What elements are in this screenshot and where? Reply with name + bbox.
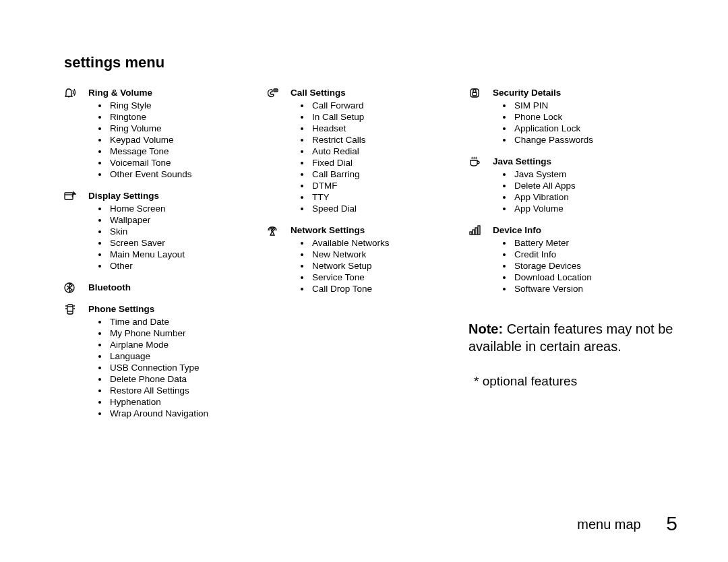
svg-rect-17 xyxy=(475,228,477,235)
list-item: Time and Date xyxy=(109,316,266,327)
list-item: Ring Style xyxy=(109,100,266,111)
list-item: Call Drop Tone xyxy=(311,283,468,294)
section-items: SIM PINPhone LockApplication LockChange … xyxy=(468,100,677,146)
list-item: Battery Meter xyxy=(513,237,677,249)
page: settings menu Ring & Volume Ring StyleRi… xyxy=(0,0,728,562)
section-items: Java SystemDelete All AppsApp VibrationA… xyxy=(468,168,677,214)
section-label: Security Details xyxy=(493,88,677,98)
list-item: Main Menu Layout xyxy=(109,249,266,260)
list-item: Message Tone xyxy=(109,146,266,157)
section-items: Home ScreenWallpaperSkinScreen SaverMain… xyxy=(64,203,266,272)
section-label: Device Info xyxy=(493,225,677,236)
section-display-settings: Display Settings Home ScreenWallpaperSki… xyxy=(64,191,266,272)
column-2: Call Settings Call ForwardIn Call SetupH… xyxy=(266,88,468,430)
section-label: Call Settings xyxy=(291,88,468,98)
section-java-settings: Java Settings Java SystemDelete All Apps… xyxy=(468,156,677,214)
list-item: TTY xyxy=(311,191,468,203)
section-phone-settings: Phone Settings Time and DateMy Phone Num… xyxy=(64,304,266,419)
optional-features: * optional features xyxy=(474,374,677,389)
display-settings-icon xyxy=(64,191,78,201)
list-item: Java System xyxy=(513,168,677,180)
list-item: Hyphenation xyxy=(109,396,266,408)
list-item: Auto Redial xyxy=(311,146,468,157)
list-item: DTMF xyxy=(311,180,468,191)
list-item: Software Version xyxy=(513,283,677,294)
list-item: Airplane Mode xyxy=(109,339,266,350)
list-item: Wallpaper xyxy=(109,214,266,226)
list-item: Language xyxy=(109,350,266,362)
svg-rect-0 xyxy=(65,193,73,199)
footer-label: menu map xyxy=(577,517,641,532)
list-item: USB Connection Type xyxy=(109,362,266,373)
section-call-settings: Call Settings Call ForwardIn Call SetupH… xyxy=(266,88,468,214)
device-info-icon xyxy=(468,225,482,236)
svg-rect-18 xyxy=(478,226,480,235)
section-label: Display Settings xyxy=(88,191,266,201)
section-label: Java Settings xyxy=(493,156,677,167)
list-item: Home Screen xyxy=(109,203,266,214)
list-item: Other xyxy=(109,260,266,272)
section-items: Time and DateMy Phone NumberAirplane Mod… xyxy=(64,316,266,419)
section-label: Phone Settings xyxy=(88,304,266,315)
list-item: Call Barring xyxy=(311,168,468,180)
section-device-info: Device Info Battery MeterCredit InfoStor… xyxy=(468,225,677,294)
list-item: Network Setup xyxy=(311,260,468,272)
section-label: Ring & Volume xyxy=(88,88,266,98)
page-title: settings menu xyxy=(64,54,681,71)
footer: menu map 5 xyxy=(577,512,677,535)
list-item: Skin xyxy=(109,226,266,237)
list-item: Screen Saver xyxy=(109,237,266,249)
list-item: Keypad Volume xyxy=(109,134,266,146)
list-item: Delete All Apps xyxy=(513,180,677,191)
column-1: Ring & Volume Ring StyleRingtoneRing Vol… xyxy=(64,88,266,430)
list-item: Restore All Settings xyxy=(109,385,266,396)
column-3: Security Details SIM PINPhone LockApplic… xyxy=(468,88,677,430)
list-item: Other Event Sounds xyxy=(109,168,266,180)
network-settings-icon xyxy=(266,225,280,236)
section-ring-volume: Ring & Volume Ring StyleRingtoneRing Vol… xyxy=(64,88,266,180)
list-item: Voicemail Tone xyxy=(109,157,266,168)
columns: Ring & Volume Ring StyleRingtoneRing Vol… xyxy=(64,88,681,430)
svg-rect-14 xyxy=(473,92,477,96)
list-item: Headset xyxy=(311,123,468,134)
list-item: My Phone Number xyxy=(109,327,266,339)
call-settings-icon xyxy=(266,88,280,98)
list-item: Wrap Around Navigation xyxy=(109,408,266,419)
list-item: Service Tone xyxy=(311,272,468,283)
list-item: Change Passwords xyxy=(513,134,677,146)
list-item: App Vibration xyxy=(513,191,677,203)
section-items: Call ForwardIn Call SetupHeadsetRestrict… xyxy=(266,100,468,214)
section-security-details: Security Details SIM PINPhone LockApplic… xyxy=(468,88,677,146)
list-item: Ringtone xyxy=(109,111,266,123)
list-item: New Network xyxy=(311,249,468,260)
phone-settings-icon xyxy=(64,304,78,315)
section-label: Bluetooth xyxy=(88,282,266,293)
list-item: In Call Setup xyxy=(311,111,468,123)
section-items: Ring StyleRingtoneRing VolumeKeypad Volu… xyxy=(64,100,266,180)
note: Note: Certain features may not be availa… xyxy=(468,320,677,355)
svg-rect-16 xyxy=(473,230,475,235)
section-bluetooth: Bluetooth xyxy=(64,282,266,293)
list-item: Delete Phone Data xyxy=(109,373,266,385)
list-item: Credit Info xyxy=(513,249,677,260)
security-details-icon xyxy=(468,88,482,98)
svg-rect-3 xyxy=(67,305,73,314)
bluetooth-icon xyxy=(64,282,78,293)
list-item: Speed Dial xyxy=(311,203,468,214)
ring-volume-icon xyxy=(64,88,78,98)
list-item: Phone Lock xyxy=(513,111,677,123)
list-item: Restrict Calls xyxy=(311,134,468,146)
section-items: Battery MeterCredit InfoStorage DevicesD… xyxy=(468,237,677,294)
svg-rect-15 xyxy=(470,232,472,235)
section-items: Available NetworksNew NetworkNetwork Set… xyxy=(266,237,468,294)
section-label: Network Settings xyxy=(291,225,468,236)
list-item: Available Networks xyxy=(311,237,468,249)
list-item: Download Location xyxy=(513,272,677,283)
list-item: Fixed Dial xyxy=(311,157,468,168)
list-item: Storage Devices xyxy=(513,260,677,272)
note-prefix: Note: xyxy=(468,321,503,336)
list-item: Ring Volume xyxy=(109,123,266,134)
section-network-settings: Network Settings Available NetworksNew N… xyxy=(266,225,468,294)
list-item: App Volume xyxy=(513,203,677,214)
java-settings-icon xyxy=(468,156,482,167)
